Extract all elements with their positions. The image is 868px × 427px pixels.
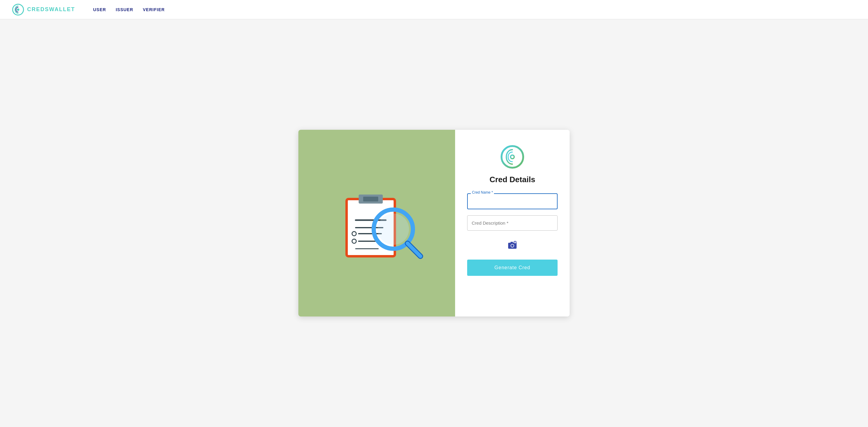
- add-photo-button[interactable]: [507, 240, 518, 251]
- clipboard-magnifier-illustration: [329, 181, 425, 265]
- brand-link[interactable]: CREDSWALLET: [12, 4, 75, 15]
- nav-user[interactable]: USER: [93, 7, 106, 12]
- cred-name-wrapper: Cred Name *: [467, 193, 558, 209]
- generate-cred-button[interactable]: Generate Cred: [467, 260, 558, 276]
- cred-name-input[interactable]: [467, 193, 558, 209]
- nav-links: USER ISSUER VERIFIER: [93, 7, 165, 12]
- camera-add-icon: [507, 240, 518, 251]
- cred-description-form-group: [467, 215, 558, 231]
- svg-rect-4: [363, 197, 378, 201]
- card-container: Cred Details Cred Name *: [299, 130, 569, 317]
- panel-title: Cred Details: [490, 175, 535, 184]
- nav-verifier[interactable]: VERIFIER: [143, 7, 165, 12]
- cred-logo-icon: [500, 145, 524, 169]
- navbar: CREDSWALLET USER ISSUER VERIFIER: [0, 0, 868, 19]
- brand-logo-icon: [12, 4, 24, 15]
- main-content: Cred Details Cred Name *: [0, 19, 868, 427]
- svg-point-1: [17, 8, 19, 11]
- left-panel: [299, 130, 455, 317]
- cred-name-label: Cred Name *: [471, 190, 494, 195]
- cred-description-wrapper: [467, 215, 558, 231]
- cred-name-form-group: Cred Name *: [467, 193, 558, 209]
- svg-rect-22: [510, 242, 513, 243]
- svg-point-18: [511, 156, 514, 158]
- svg-point-21: [511, 244, 514, 247]
- svg-line-15: [407, 243, 421, 256]
- nav-issuer[interactable]: ISSUER: [116, 7, 133, 12]
- svg-point-13: [378, 214, 409, 245]
- right-panel: Cred Details Cred Name *: [455, 130, 569, 317]
- brand-name-text: CREDSWALLET: [27, 6, 75, 13]
- cred-description-input[interactable]: [467, 215, 558, 231]
